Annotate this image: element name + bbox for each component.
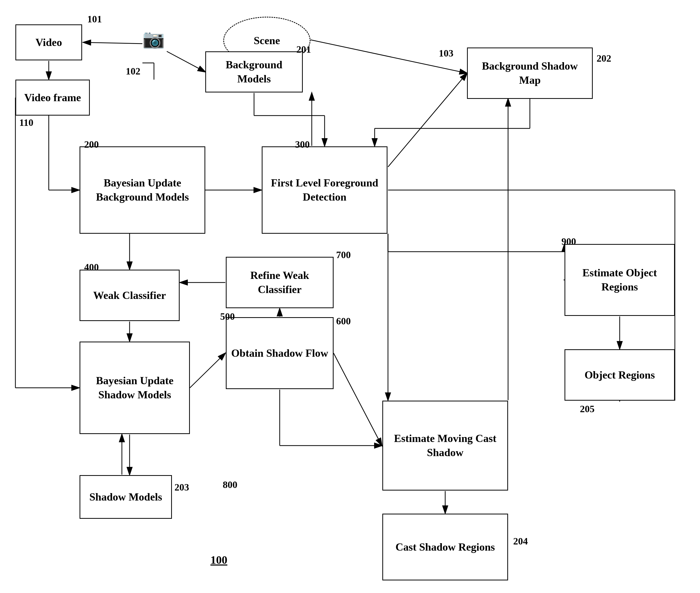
svg-line-15 [388,73,467,167]
estimate-object-regions-label: Estimate Object Regions [568,266,671,294]
video-box: Video [15,25,82,61]
label-201: 201 [296,44,311,55]
shadow-models-box: Shadow Models [80,475,172,519]
bayesian-update-bg-box: Bayesian Update Background Models [80,146,205,234]
label-800: 800 [223,479,237,490]
diagram-number: 100 [210,554,227,566]
scene-label: Scene [254,34,280,47]
object-regions-label: Object Regions [584,368,655,382]
first-level-fg-label: First Level Foreground Detection [265,176,384,204]
weak-classifier-box: Weak Classifier [80,270,180,321]
obtain-shadow-flow-box: Obtain Shadow Flow [226,317,334,389]
estimate-object-regions-box: Estimate Object Regions [565,244,675,316]
background-shadow-map-box: Background Shadow Map [467,47,593,99]
refine-weak-classifier-label: Refine Weak Classifier [229,268,330,296]
diagram-number-label: 100 [210,553,227,566]
svg-line-30 [334,353,382,445]
label-400: 400 [84,262,99,273]
svg-line-26 [190,353,225,388]
video-frame-box: Video frame [15,80,90,116]
label-300: 300 [295,139,310,150]
label-110: 110 [19,117,33,128]
object-regions-box: Object Regions [565,349,675,401]
obtain-shadow-flow-label: Obtain Shadow Flow [231,346,328,360]
first-level-fg-box: First Level Foreground Detection [262,146,388,234]
label-203: 203 [174,481,189,493]
label-700: 700 [336,249,351,261]
label-103: 103 [439,47,453,59]
cast-shadow-regions-label: Cast Shadow Regions [395,540,495,554]
svg-line-7 [167,51,205,72]
label-205: 205 [580,403,595,414]
label-202: 202 [597,53,611,64]
diagram: 📷 Scene Video Video frame Background Mod… [0,0,700,593]
background-models-box: Background Models [205,51,303,92]
shadow-models-label: Shadow Models [89,490,162,504]
estimate-moving-cast-shadow-label: Estimate Moving Cast Shadow [386,431,505,460]
label-101: 101 [87,13,102,25]
camera-icon: 📷 [142,28,165,49]
bayesian-update-shadow-label: Bayesian Update Shadow Models [83,374,186,402]
cast-shadow-regions-box: Cast Shadow Regions [382,514,508,581]
video-frame-label: Video frame [24,91,81,105]
label-102: 102 [126,66,140,77]
bayesian-update-bg-label: Bayesian Update Background Models [83,176,202,204]
svg-line-2 [83,42,142,44]
label-500: 500 [220,311,235,322]
label-204: 204 [513,536,528,547]
label-900: 900 [561,236,576,247]
label-200: 200 [84,139,99,150]
background-models-label: Background Models [209,58,300,86]
weak-classifier-label: Weak Classifier [93,288,166,303]
refine-weak-classifier-box: Refine Weak Classifier [226,257,334,308]
label-600: 600 [336,315,351,327]
bayesian-update-shadow-box: Bayesian Update Shadow Models [80,342,190,434]
background-shadow-map-label: Background Shadow Map [470,59,589,87]
video-label: Video [35,35,62,49]
estimate-moving-cast-shadow-box: Estimate Moving Cast Shadow [382,401,508,490]
